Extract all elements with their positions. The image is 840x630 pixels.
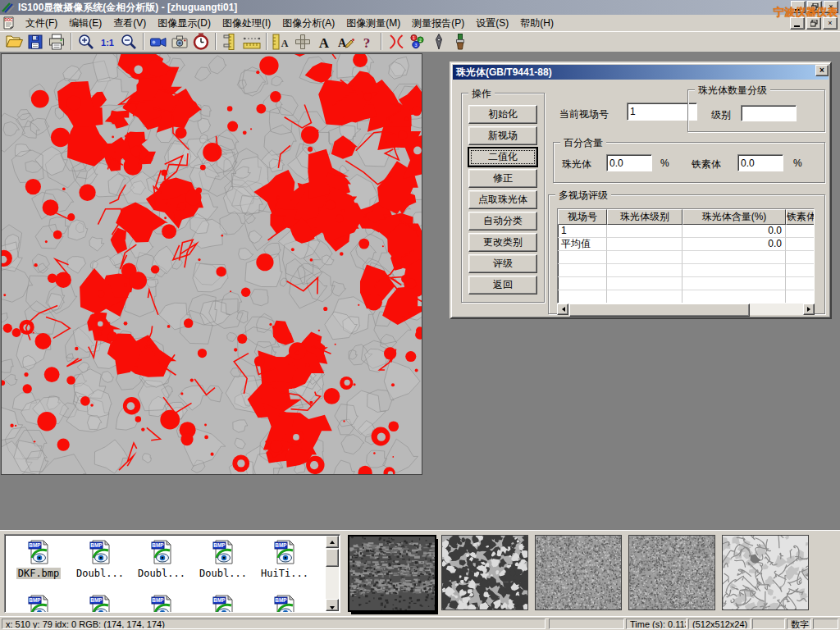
document-system-icon[interactable]: DOC: [2, 16, 16, 30]
filelist-scrollbar-thumb[interactable]: [326, 549, 339, 567]
table-row[interactable]: [558, 264, 814, 277]
gallery-thumbnail-4[interactable]: [628, 535, 715, 610]
toolbar-caliper-button[interactable]: [221, 32, 240, 52]
table-row[interactable]: [558, 277, 814, 290]
dialog-close-button[interactable]: ×: [815, 65, 829, 76]
op-button-9[interactable]: 返回: [468, 276, 537, 294]
scroll-right-button[interactable]: [803, 304, 815, 315]
file-name: HuiTi...: [259, 568, 310, 579]
table-row[interactable]: 平均值0.0: [558, 238, 814, 251]
file-item-Doubl---[interactable]: BMPDoubl...: [71, 539, 129, 579]
menu-item-image-process[interactable]: 图像处理(I): [217, 15, 276, 32]
op-button-5[interactable]: 点取珠光体: [468, 190, 537, 209]
menu-item-view[interactable]: 查看(V): [107, 15, 152, 32]
table-column-header[interactable]: 珠光体含量(%): [682, 209, 786, 225]
toolbar-save-button[interactable]: [25, 32, 45, 52]
toolbar-timer-clock-button[interactable]: [191, 32, 211, 52]
menu-item-edit[interactable]: 编辑(E): [63, 15, 107, 32]
op-button-3[interactable]: 二值化: [468, 148, 537, 167]
filelist-vertical-scrollbar[interactable]: [326, 536, 339, 611]
file-list[interactable]: BMPDKF.bmpBMPDoubl...BMPDoubl...BMPDoubl…: [4, 534, 340, 613]
table-cell: [682, 264, 786, 277]
up-arrow-icon: [330, 538, 335, 544]
menu-item-image-analysis[interactable]: 图像分析(A): [276, 15, 340, 32]
svg-text:DOC: DOC: [4, 18, 13, 22]
op-button-4[interactable]: 修正: [468, 169, 537, 188]
op-button-2[interactable]: 新视场: [468, 126, 537, 145]
rating-table[interactable]: 视场号珠光体级别珠光体含量(%)铁素体含量(%)10.0平均值0.0: [557, 208, 815, 304]
toolbar-text-annotate-button[interactable]: A: [314, 32, 334, 52]
table-cell: [682, 290, 786, 304]
gallery-thumbnail-2[interactable]: [441, 535, 528, 610]
gallery-thumbnail-5[interactable]: [722, 535, 809, 610]
toolbar-ruler-button[interactable]: [242, 32, 262, 52]
file-item-Doubl---[interactable]: BMPDoubl...: [194, 539, 252, 579]
micrograph-image[interactable]: [1, 53, 422, 475]
table-cell: [786, 264, 815, 277]
dialog-title-bar[interactable]: 珠光体(GB/T9441-88): [453, 65, 829, 80]
brush-tool-icon: [450, 32, 470, 52]
toolbar-pen-tool-button[interactable]: [429, 32, 449, 52]
svg-text:?: ?: [363, 34, 371, 50]
op-button-8[interactable]: 评级: [468, 254, 537, 273]
file-item-HuiTi---[interactable]: BMPHuiTi...: [256, 539, 313, 579]
file-name: Doubl...: [198, 568, 249, 579]
scroll-up-button[interactable]: [326, 536, 339, 548]
toolbar-zoom-out-button[interactable]: [119, 32, 139, 52]
op-button-6[interactable]: 自动分类: [468, 212, 537, 231]
gallery-thumbnail-3[interactable]: [535, 535, 622, 610]
table-row[interactable]: [558, 290, 814, 304]
pearlite-percent-input[interactable]: [606, 154, 652, 171]
file-item-row2[interactable]: BMP: [10, 594, 67, 613]
toolbar-print-button[interactable]: [47, 32, 66, 52]
scroll-down-button[interactable]: [326, 599, 339, 611]
toolbar-video-camera-button[interactable]: [148, 32, 168, 52]
file-item-row2[interactable]: BMP: [256, 594, 313, 613]
menu-item-image-display[interactable]: 图像显示(D): [152, 15, 217, 32]
table-cell: [786, 277, 815, 290]
table-horizontal-scrollbar[interactable]: [557, 304, 815, 315]
table-header-row: 视场号珠光体级别珠光体含量(%)铁素体含量(%): [558, 209, 814, 225]
table-cell: [607, 290, 682, 304]
toolbar-brush-tool-button[interactable]: [450, 32, 470, 52]
table-cell: [682, 277, 786, 290]
toolbar-grid-cross-button[interactable]: [293, 32, 313, 52]
text-annotate-icon: A: [314, 32, 334, 52]
file-item-DKF-bmp[interactable]: BMPDKF.bmp: [10, 539, 67, 579]
op-button-7[interactable]: 更改类别: [468, 233, 537, 252]
menu-item-settings[interactable]: 设置(S): [470, 15, 514, 32]
toolbar-zoom-in-button[interactable]: [76, 32, 96, 52]
file-item-Doubl---[interactable]: BMPDoubl...: [133, 539, 190, 579]
menu-item-image-measure[interactable]: 图像测量(M): [340, 15, 406, 32]
toolbar-help-button[interactable]: ?: [357, 32, 377, 52]
toolbar-curve-calibration-button[interactable]: [386, 32, 406, 52]
file-item-row2[interactable]: BMP: [133, 594, 190, 613]
toolbar-measure-label-button[interactable]: A: [272, 32, 291, 52]
table-column-header[interactable]: 珠光体级别: [607, 209, 682, 225]
toolbar-text-edit-button[interactable]: A: [336, 32, 355, 52]
table-row[interactable]: [558, 251, 814, 264]
file-item-row2[interactable]: BMP: [71, 594, 129, 613]
level-input[interactable]: [741, 105, 797, 121]
op-button-1[interactable]: 初始化: [468, 105, 537, 124]
percent-content-group: 百分含量 珠光体 % 铁素体 %: [553, 142, 825, 183]
scroll-left-button[interactable]: [557, 304, 568, 315]
menu-item-file[interactable]: 文件(F): [20, 15, 63, 32]
toolbar-capture-camera-button[interactable]: [170, 32, 189, 52]
toolbar-classification-balls-button[interactable]: 123: [408, 32, 427, 52]
svg-text:BMP: BMP: [29, 597, 41, 603]
video-camera-icon: [148, 32, 168, 52]
table-column-header[interactable]: 视场号: [558, 209, 607, 225]
toolbar-actual-size-button[interactable]: 1:1: [98, 32, 117, 52]
svg-text:2: 2: [419, 37, 422, 42]
file-item-row2[interactable]: BMP: [194, 594, 252, 613]
pearlite-dialog: 珠光体(GB/T9441-88) × 操作 初始化新视场二值化修正点取珠光体自动…: [450, 62, 832, 319]
scrollbar-thumb[interactable]: [569, 304, 750, 317]
menu-item-help[interactable]: 帮助(H): [514, 15, 559, 32]
ferrite-percent-input[interactable]: [737, 154, 783, 171]
menu-item-measure-report[interactable]: 测量报告(P): [406, 15, 470, 32]
table-row[interactable]: 10.0: [558, 225, 814, 238]
table-column-header[interactable]: 铁素体含量(%): [786, 209, 815, 225]
toolbar-open-file-button[interactable]: [4, 32, 24, 52]
gallery-thumbnail-1[interactable]: [348, 535, 436, 612]
